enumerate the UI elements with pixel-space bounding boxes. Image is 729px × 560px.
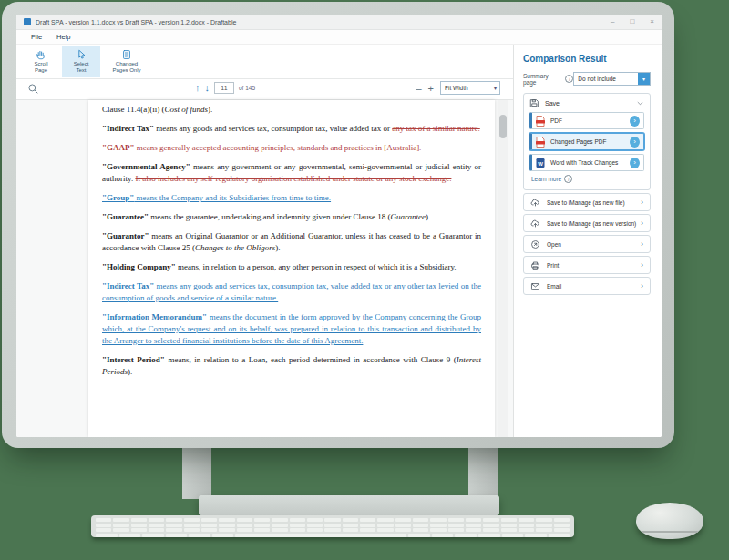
keyboard-key	[448, 528, 464, 532]
save-option-label: PDF	[550, 117, 562, 124]
toolbar-button-label: ChangedPages Only	[112, 61, 140, 74]
keyboard-key	[166, 528, 181, 532]
menu-item-help[interactable]: Help	[49, 33, 77, 41]
monitor-stand-base	[199, 495, 499, 515]
keyboard-key	[483, 518, 498, 522]
toolbar-button-changed-pages-only[interactable]: ChangedPages Only	[102, 46, 151, 77]
action-save-to-imanage-as-new-version[interactable]: Save to iManage (as new version)›	[523, 214, 651, 232]
keyboard-key	[184, 528, 200, 532]
keyboard-key	[166, 534, 188, 537]
toolbar: ScrollPageSelectTextChangedPages Only	[16, 45, 513, 79]
keyboard-key	[131, 528, 147, 532]
save-option-pdf[interactable]: PDF›	[529, 112, 644, 129]
summary-dropdown-button[interactable]: ▾	[638, 73, 650, 85]
keyboard-key	[395, 528, 411, 532]
keyboard-key	[455, 534, 477, 537]
keyboard-key	[360, 528, 375, 532]
page-total-label: of 145	[239, 85, 255, 91]
save-option-changed-pages-pdf[interactable]: Changed Pages PDF›	[529, 133, 644, 150]
cloud-upload-icon	[530, 198, 540, 208]
monitor-stand-leg	[468, 444, 498, 499]
keyboard-key	[478, 534, 500, 537]
monitor-stand-leg	[182, 444, 211, 499]
save-option-go-button[interactable]: ›	[630, 116, 640, 127]
keyboard-key	[184, 518, 200, 522]
keyboard-key	[536, 528, 551, 532]
pdf-file-icon	[536, 137, 545, 148]
keyboard-key	[272, 524, 287, 527]
toolbar-button-scroll-page[interactable]: ScrollPage	[22, 46, 60, 77]
keyboard-key	[290, 528, 305, 532]
window-controls: –□×	[611, 18, 654, 25]
keyboard-key	[324, 524, 340, 527]
doc-paragraph: "Governmental Agency" means any governme…	[102, 161, 481, 185]
zoom-out-button[interactable]: –	[416, 82, 421, 95]
page-up-button[interactable]: ↑	[195, 81, 200, 94]
keyboard-key	[290, 524, 305, 527]
info-icon[interactable]: i	[565, 75, 573, 83]
keyboard-key	[219, 528, 234, 532]
doc-paragraph: "Group" means the Company and its Subsid…	[102, 192, 481, 204]
save-section-label: Save	[545, 100, 560, 107]
save-icon	[529, 98, 539, 108]
close-button[interactable]: ×	[650, 18, 654, 25]
scrollbar-thumb[interactable]	[499, 115, 507, 138]
keyboard-key	[131, 524, 147, 527]
keyboard-key	[212, 534, 234, 537]
keyboard-key	[501, 518, 517, 522]
zoom-in-button[interactable]: +	[428, 82, 434, 95]
chevron-right-icon: ›	[641, 219, 643, 228]
window-titlebar: Draft SPA - version 1.1.docx vs Draft SP…	[16, 15, 662, 30]
keyboard-key	[377, 524, 393, 527]
keyboard-key	[324, 528, 340, 532]
keyboard-key	[149, 518, 164, 522]
keyboard-key	[343, 518, 358, 522]
page-down-button[interactable]: ↓	[205, 81, 210, 94]
keyboard-key	[395, 518, 411, 522]
search-icon[interactable]	[27, 83, 39, 95]
maximize-button[interactable]: □	[630, 18, 634, 25]
doc-paragraph: "Interest Period" means, in relation to …	[102, 354, 481, 378]
app-icon	[24, 18, 31, 25]
save-section-header[interactable]: Save	[524, 94, 650, 112]
summary-page-row: Summary page i Do not include ▾	[523, 72, 651, 86]
keyboard-key	[119, 534, 141, 537]
menu-item-file[interactable]: File	[24, 33, 49, 41]
keyboard-key	[166, 518, 181, 522]
summary-page-label: Summary page	[523, 73, 562, 86]
action-label: Email	[547, 283, 561, 290]
action-open[interactable]: Open›	[523, 235, 651, 253]
keyboard-key	[483, 524, 498, 527]
action-email[interactable]: Email›	[523, 277, 651, 295]
save-option-word-with-track-changes[interactable]: WWord with Track Changes›	[529, 154, 644, 171]
keyboard-key	[377, 518, 393, 522]
save-option-go-button[interactable]: ›	[630, 158, 640, 168]
minimize-button[interactable]: –	[611, 18, 614, 25]
keyboard-key	[343, 524, 358, 527]
keyboard-key	[290, 518, 305, 522]
keyboard-key	[413, 524, 428, 527]
keyboard-key	[307, 524, 323, 527]
keyboard-key	[131, 518, 147, 522]
save-option-label: Word with Track Changes	[550, 159, 618, 166]
keyboard-key	[254, 524, 270, 527]
keyboard-key	[113, 518, 128, 522]
keyboard-key	[96, 528, 111, 532]
keyboard-key	[395, 524, 411, 527]
summary-page-select[interactable]: Do not include ▾	[573, 72, 651, 86]
keyboard-key	[549, 534, 570, 537]
toolbar-button-select-text[interactable]: SelectText	[62, 46, 100, 77]
save-option-go-button[interactable]: ›	[630, 137, 640, 148]
vertical-scrollbar[interactable]	[498, 100, 508, 437]
window-title: Draft SPA - version 1.1.docx vs Draft SP…	[36, 19, 236, 25]
action-label: Save to iManage (as new file)	[547, 199, 625, 206]
comparison-panel: Comparison Result Summary page i Do not …	[513, 45, 662, 437]
doc-paragraph: "GAAP" means generally accepted accounti…	[102, 142, 481, 154]
action-save-to-imanage-as-new-file[interactable]: Save to iManage (as new file)›	[523, 193, 651, 211]
keyboard-key	[307, 528, 323, 532]
zoom-fit-select[interactable]: Fit Width ▾	[440, 81, 500, 95]
screen: Draft SPA - version 1.1.docx vs Draft SP…	[16, 15, 662, 437]
action-print[interactable]: Print›	[523, 256, 651, 274]
learn-more-link[interactable]: Learn more i	[531, 175, 650, 183]
page-number-input[interactable]	[214, 82, 234, 94]
